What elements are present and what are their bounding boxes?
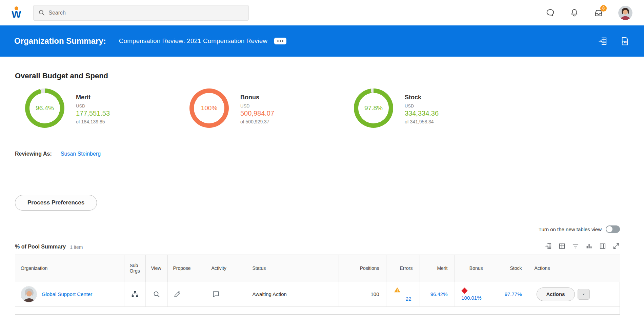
pool-summary-header: % of Pool Summary 1 item <box>15 242 620 250</box>
bonus-info: Bonus USD 500,984.07 of 500,929.37 <box>240 88 274 124</box>
filter-icon <box>572 242 579 250</box>
warning-triangle-icon <box>394 287 401 294</box>
view-button[interactable] <box>153 290 161 298</box>
col-activity: Activity <box>206 255 247 282</box>
user-avatar-icon <box>618 6 632 20</box>
stock-label: Stock <box>405 94 439 101</box>
page-subtitle: Compensation Review: 2021 Compensation R… <box>119 37 267 45</box>
excel-export-icon <box>598 36 608 46</box>
organization-link[interactable]: Global Support Center <box>42 291 92 297</box>
propose-button[interactable] <box>173 290 181 298</box>
tables-view-toggle[interactable] <box>606 225 620 233</box>
chat-button[interactable] <box>546 8 555 17</box>
notifications-button[interactable] <box>570 8 579 17</box>
merit-info: Merit USD 177,551.53 of 184,139.85 <box>76 88 110 124</box>
positions-cell: 100 <box>339 282 386 306</box>
pool-summary-title: % of Pool Summary <box>15 244 66 250</box>
tables-toggle-label: Turn on the new tables view <box>539 226 602 232</box>
row-actions-button[interactable]: Actions <box>537 287 575 301</box>
logo-letter: W <box>12 9 21 19</box>
col-bonus: Bonus <box>455 255 490 282</box>
ellipsis-dot <box>282 40 283 42</box>
stock-percent: 97.8% <box>364 104 383 112</box>
magnifier-icon <box>153 290 161 298</box>
column-settings-button[interactable] <box>599 242 606 250</box>
bonus-label: Bonus <box>240 94 274 101</box>
ellipsis-dot <box>277 40 279 42</box>
errors-count-link[interactable]: 22 <box>406 296 411 302</box>
reviewing-as-link[interactable]: Susan Steinberg <box>61 151 101 157</box>
stock-info: Stock USD 334,334.36 of 341,958.34 <box>405 88 439 124</box>
workday-logo[interactable]: W <box>12 6 21 19</box>
stock-currency: USD <box>405 103 439 108</box>
donut-hole: 100% <box>194 93 224 123</box>
grid-toolbar <box>545 242 620 250</box>
stock-total: of 341,958.34 <box>405 119 439 124</box>
excel-export-icon <box>545 242 552 250</box>
reviewing-as-label: Reviewing As: <box>15 151 52 157</box>
tables-view-toggle-row: Turn on the new tables view <box>15 225 620 233</box>
search-icon <box>38 9 45 16</box>
inbox-wrapper: 8 <box>594 8 603 18</box>
bonus-value-link[interactable]: 100.01% <box>461 295 481 301</box>
merit-amount: 177,551.53 <box>76 110 110 117</box>
inbox-badge: 8 <box>600 5 607 12</box>
related-actions-button[interactable] <box>274 38 286 44</box>
bonus-total: of 500,929.37 <box>240 119 274 124</box>
col-organization: Organization <box>15 255 124 282</box>
stock-amount: 334,334.36 <box>405 110 439 117</box>
merit-total: of 184,139.85 <box>76 119 110 124</box>
fullscreen-icon <box>612 242 620 250</box>
bonus-cell: 100.01% <box>460 285 483 303</box>
col-sub-orgs: Sub Orgs <box>124 255 145 282</box>
status-cell: Awaiting Action <box>247 282 339 306</box>
grid-export-excel-button[interactable] <box>545 242 552 250</box>
bonus-percent: 100% <box>201 104 218 112</box>
export-to-excel-button[interactable] <box>598 36 608 46</box>
ellipsis-dot <box>280 40 281 42</box>
activity-button[interactable] <box>212 290 220 299</box>
grid-header-row: Organization Sub Orgs View Propose Activ… <box>15 255 620 282</box>
table-row: Global Support Center <box>15 282 620 306</box>
col-merit: Merit <box>420 255 455 282</box>
expand-grid-button[interactable] <box>612 242 620 250</box>
col-status: Status <box>247 255 339 282</box>
chevron-down-icon <box>581 292 586 297</box>
toggle-knob <box>606 226 612 232</box>
col-errors: Errors <box>386 255 420 282</box>
chat-bubble-icon <box>546 8 555 17</box>
export-to-pdf-button[interactable]: PDF <box>620 36 630 46</box>
budget-donut-row: 96.4% Merit USD 177,551.53 of 184,139.85… <box>25 88 629 128</box>
col-propose: Propose <box>167 255 206 282</box>
bonus-currency: USD <box>240 103 274 108</box>
global-search[interactable] <box>33 5 249 21</box>
stock-value-link[interactable]: 97.77% <box>505 291 522 297</box>
merit-currency: USD <box>76 103 110 108</box>
col-stock: Stock <box>490 255 529 282</box>
table-columns-icon <box>599 242 606 250</box>
row-actions-dropdown-button[interactable] <box>578 289 590 300</box>
chart-view-button[interactable] <box>585 242 593 250</box>
sub-orgs-button[interactable] <box>130 290 139 299</box>
profile-avatar[interactable] <box>618 6 632 20</box>
org-hierarchy-icon <box>130 290 139 299</box>
merit-percent: 96.4% <box>36 104 54 112</box>
main-content: Overall Budget and Spend 96.4% Merit USD… <box>0 72 644 315</box>
donut-hole: 97.8% <box>358 93 389 123</box>
topbar-actions: 8 <box>546 6 632 20</box>
grid-view-button[interactable] <box>558 242 566 250</box>
page-title: Organization Summary: <box>14 36 106 46</box>
col-positions: Positions <box>339 255 386 282</box>
stock-donut-chart: 97.8% <box>354 88 393 128</box>
budget-donut-merit: 96.4% Merit USD 177,551.53 of 184,139.85 <box>25 88 189 128</box>
filter-button[interactable] <box>572 242 579 250</box>
process-preferences-button[interactable]: Process Preferences <box>15 195 97 211</box>
merit-value-link[interactable]: 96.42% <box>430 291 448 297</box>
bonus-donut-chart: 100% <box>189 88 229 128</box>
budget-heading: Overall Budget and Spend <box>15 72 629 80</box>
pool-summary-grid: Organization Sub Orgs View Propose Activ… <box>15 255 620 315</box>
org-avatar-icon <box>21 286 37 302</box>
org-avatar <box>21 286 37 302</box>
search-input[interactable] <box>48 10 244 16</box>
top-bar: W 8 <box>0 0 644 25</box>
